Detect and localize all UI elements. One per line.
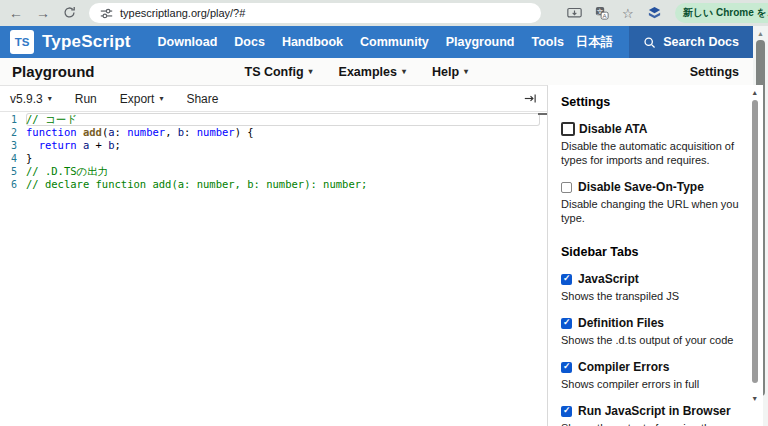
setting-description: Disable the automatic acquisition of typ… (561, 139, 739, 167)
code-line-text: // declare function add(a: number, b: nu… (26, 178, 540, 191)
chevron-down-icon: ▾ (48, 94, 52, 103)
menu-ts-config[interactable]: TS Config▾ (245, 65, 313, 79)
checkbox-disable-save-on-type[interactable] (561, 182, 572, 193)
typescript-logo[interactable]: TS (10, 30, 34, 54)
reload-icon[interactable] (63, 6, 76, 21)
brand-title[interactable]: TypeScript (42, 32, 131, 52)
setting-label: Definition Files (578, 316, 664, 330)
sidebar-scrollbar-thumb[interactable] (752, 100, 758, 383)
code-token: : (115, 126, 128, 138)
code-token: // .D.TSの出力 (26, 165, 108, 177)
code-token: // コード (26, 113, 77, 125)
nav-link-playground[interactable]: Playground (446, 35, 515, 49)
send-to-device-icon[interactable] (567, 7, 582, 20)
nav-link-community[interactable]: Community (360, 35, 429, 49)
sidebar-tabs-title: Sidebar Tabs (561, 245, 739, 259)
menu-label: TS Config (245, 65, 304, 79)
language-link[interactable]: 日本語 (576, 34, 614, 51)
line-number: 1 (0, 113, 26, 126)
browser-window: ← → typescriptlang.org/play/?# 文A ☆ 新しい … (0, 0, 768, 426)
nav-link-download[interactable]: Download (158, 35, 218, 49)
checkbox-compiler-errors[interactable] (561, 362, 572, 373)
search-label: Search Docs (663, 35, 739, 49)
nav-link-docs[interactable]: Docs (234, 35, 265, 49)
code-line-text: function add(a: number, b: number) { (26, 126, 540, 139)
code-line-text: return a + b; (26, 139, 540, 152)
forward-icon[interactable]: → (36, 6, 50, 20)
settings-sidebar: Settings Disable ATADisable the automati… (548, 85, 763, 426)
chevron-down-icon: ▾ (464, 67, 468, 76)
setting-label: JavaScript (578, 272, 639, 286)
code-area[interactable]: 1// コード2function add(a: number, b: numbe… (0, 112, 547, 426)
checkbox-definition-files[interactable] (561, 318, 572, 329)
menu-help[interactable]: Help▾ (432, 65, 468, 79)
setting-description: Shows the transpiled JS (561, 289, 739, 303)
setting-item-disable-save-on-type: Disable Save-On-TypeDisable changing the… (561, 180, 739, 225)
tune-icon[interactable] (100, 7, 113, 20)
code-line-text: } (26, 152, 540, 165)
chevron-down-icon: ▾ (159, 94, 163, 103)
code-line-4[interactable]: 4} (0, 152, 547, 165)
bookmark-star-icon[interactable]: ☆ (622, 7, 634, 20)
nav-link-handbook[interactable]: Handbook (282, 35, 343, 49)
address-bar[interactable]: typescriptlang.org/play/?# (89, 3, 541, 23)
settings-link[interactable]: Settings (690, 65, 739, 79)
line-number: 2 (0, 126, 26, 139)
version-dropdown[interactable]: v5.9.3 ▾ (10, 92, 52, 106)
line-number: 6 (0, 178, 26, 191)
setting-label: Compiler Errors (578, 360, 669, 374)
menu-label: Help (432, 65, 459, 79)
page-title: Playground (12, 63, 95, 80)
sidebar-scrollbar[interactable]: ▲ ▼ (750, 88, 760, 426)
line-number: 4 (0, 152, 26, 165)
line-number: 5 (0, 165, 26, 178)
setting-item-javascript: JavaScriptShows the transpiled JS (561, 272, 739, 303)
code-token: number (127, 126, 165, 138)
code-token: return (39, 139, 77, 151)
line-number: 3 (0, 139, 26, 152)
setting-description: Shows the .d.ts output of your code (561, 333, 739, 347)
export-label: Export (120, 92, 155, 106)
translate-icon[interactable]: 文A (595, 6, 609, 20)
search-docs-button[interactable]: Search Docs (629, 26, 753, 58)
checkbox-javascript[interactable] (561, 274, 572, 285)
setting-item-disable-ata: Disable ATADisable the automatic acquisi… (561, 122, 739, 167)
chevron-down-icon: ▾ (402, 67, 406, 76)
extension-icon[interactable] (647, 6, 662, 21)
run-button[interactable]: Run (75, 92, 97, 106)
search-icon (643, 36, 656, 49)
share-button[interactable]: Share (186, 92, 218, 106)
nav-link-tools[interactable]: Tools (532, 35, 564, 49)
code-line-3[interactable]: 3 return a + b; (0, 139, 547, 152)
code-token (26, 139, 39, 151)
scroll-up-icon[interactable]: ▲ (753, 29, 768, 39)
chrome-update-button[interactable]: 新しい Chrome をご利用いただけます ⋮ (675, 3, 768, 23)
setting-row: Disable Save-On-Type (561, 180, 739, 194)
menu-examples[interactable]: Examples▾ (339, 65, 406, 79)
code-line-2[interactable]: 2function add(a: number, b: number) { (0, 126, 547, 139)
code-line-text: // .D.TSの出力 (26, 165, 540, 178)
editor-column: v5.9.3 ▾ Run Export ▾ Share 1// コード2func… (0, 85, 548, 426)
checkbox-run-javascript-in-browser[interactable] (561, 406, 572, 417)
code-token: function (26, 126, 77, 138)
setting-item-definition-files: Definition FilesShows the .d.ts output o… (561, 316, 739, 347)
version-label: v5.9.3 (10, 92, 43, 106)
checkbox-disable-ata[interactable] (561, 122, 575, 136)
code-token: , (165, 126, 178, 138)
back-icon[interactable]: ← (9, 6, 23, 20)
tabs-list: JavaScriptShows the transpiled JSDefinit… (561, 272, 739, 426)
url-text: typescriptlang.org/play/?# (120, 7, 245, 19)
code-line-6[interactable]: 6// declare function add(a: number, b: n… (0, 178, 547, 191)
collapse-sidebar-icon[interactable] (524, 93, 537, 104)
scroll-down-icon[interactable]: ▼ (750, 394, 760, 403)
code-line-5[interactable]: 5// .D.TSの出力 (0, 165, 547, 178)
code-token: } (26, 152, 32, 164)
code-token: + (89, 139, 108, 151)
scroll-up-icon[interactable]: ▲ (750, 88, 760, 97)
export-dropdown[interactable]: Export ▾ (120, 92, 164, 106)
setting-label: Disable ATA (579, 122, 647, 136)
settings-list: Disable ATADisable the automatic acquisi… (561, 122, 739, 225)
setting-description: Shows compiler errors in full (561, 377, 739, 391)
chevron-down-icon: ▾ (309, 67, 313, 76)
code-line-1[interactable]: 1// コード (0, 113, 547, 126)
